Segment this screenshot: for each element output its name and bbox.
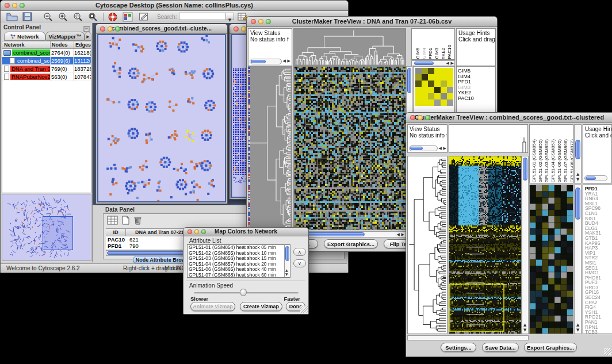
- minimize-icon[interactable]: [241, 26, 246, 32]
- close-icon[interactable]: [5, 3, 10, 8]
- network-canvas-1[interactable]: [97, 34, 226, 202]
- gene-label[interactable]: TCB3: [583, 329, 612, 334]
- tab-overflow-button[interactable]: ▶: [85, 32, 91, 41]
- zoom-window-icon[interactable]: [425, 115, 430, 120]
- treeview2-export-graphics-button[interactable]: Export Graphics...: [524, 343, 577, 352]
- column-label[interactable]: PFD1: [428, 48, 434, 59]
- minimize-icon[interactable]: [12, 3, 17, 8]
- tab-vizmapper[interactable]: VizMapper™: [45, 32, 85, 41]
- treeview2-column-dendrogram[interactable]: [449, 124, 528, 153]
- treeview2-row-dendrogram[interactable]: [407, 156, 447, 334]
- close-icon[interactable]: [234, 26, 239, 32]
- zoom-window-icon[interactable]: [266, 19, 271, 24]
- zoom-window-icon[interactable]: [115, 26, 120, 32]
- treeview2-vscrollbar[interactable]: ▲▼: [522, 156, 529, 334]
- scroll-right-icon[interactable]: ▶: [443, 146, 446, 151]
- attribute-table-icon[interactable]: [107, 216, 118, 227]
- column-label[interactable]: GPL51-08 (GSM872): [569, 139, 573, 183]
- attribute-listbox[interactable]: GPL51-01 (GSM854) heat shock 05 minGPL51…: [187, 244, 290, 278]
- treeview2-hscrollbar[interactable]: [407, 335, 529, 340]
- column-label[interactable]: GIM3: [434, 48, 440, 59]
- treeview2-heatmap[interactable]: [449, 156, 522, 334]
- zoom-window-icon[interactable]: [201, 229, 206, 234]
- treeview2-gene-labels[interactable]: PFD1YRA1RNR4MSL1SPC98CLN1NIS1BUD4ELG1MAK…: [583, 185, 612, 334]
- treeview2-column-labels-scrollbar[interactable]: ▲▼: [574, 124, 582, 183]
- search-input[interactable]: [179, 13, 226, 20]
- minimize-icon[interactable]: [194, 229, 199, 234]
- treeview1-heatmap[interactable]: [293, 66, 406, 230]
- resize-grip[interactable]: [604, 348, 611, 355]
- row-label[interactable]: PAC10: [457, 96, 495, 102]
- new-attribute-icon[interactable]: [121, 216, 130, 227]
- minimize-icon[interactable]: [258, 19, 263, 24]
- network-name: combined_scores: [12, 49, 51, 56]
- scroll-left-icon[interactable]: ◀: [283, 59, 286, 64]
- zoom-selected-icon[interactable]: [73, 12, 85, 22]
- zoom-fit-icon[interactable]: [88, 12, 100, 22]
- zoom-out-icon[interactable]: [43, 12, 55, 22]
- network-list-row[interactable]: combined_sco 2569(6) 13112(15): [2, 57, 91, 65]
- search-dropdown-button[interactable]: ▼: [226, 13, 234, 20]
- treeview2-save-data-button[interactable]: Save Data...: [482, 343, 519, 352]
- treeview2-zoom-vscrollbar[interactable]: ▲▼: [574, 185, 582, 334]
- treeview2-settings-button[interactable]: Settings...: [441, 343, 476, 352]
- close-icon[interactable]: [251, 19, 256, 24]
- move-up-button[interactable]: ∧: [293, 248, 306, 256]
- close-icon[interactable]: [100, 26, 105, 32]
- network-list-row[interactable]: RNAPuberNov2+ 563(0) 107847(0): [2, 73, 91, 81]
- minimize-icon[interactable]: [108, 26, 113, 32]
- zoom-window-icon[interactable]: [20, 3, 25, 8]
- close-icon[interactable]: [410, 115, 415, 120]
- map-dialog-title-bar[interactable]: Map Colors to Network: [183, 228, 308, 236]
- network-window-1-title-bar[interactable]: combined_scores_good.txt--cluste...: [96, 24, 227, 34]
- column-label[interactable]: YKE2: [441, 48, 446, 59]
- attribute-list-scrollbar[interactable]: ▲▼: [284, 245, 290, 277]
- scroll-left-icon[interactable]: ◀: [439, 146, 442, 151]
- column-label[interactable]: PAC10: [447, 45, 453, 59]
- view-status-scrollbar[interactable]: [409, 145, 438, 151]
- column-label[interactable]: GPL51-06 (GSM865): [557, 139, 563, 183]
- view-status-scrollbar[interactable]: [250, 59, 282, 64]
- vizmapper-icon[interactable]: [123, 12, 134, 22]
- column-label[interactable]: GPL51-02 (GSM855): [538, 139, 544, 183]
- scroll-right-icon[interactable]: ▶: [288, 59, 290, 64]
- column-label[interactable]: GIM5: [415, 48, 421, 59]
- animation-speed-slider-thumb[interactable]: [240, 289, 247, 296]
- main-title-bar[interactable]: Cytoscape Desktop (Session Name: collins…: [1, 1, 348, 11]
- close-icon[interactable]: [188, 229, 192, 234]
- network-list-row[interactable]: DNA and Tran 07 769(0) 183728(0): [2, 65, 91, 73]
- resize-grip[interactable]: [300, 306, 308, 313]
- tab-network-label: Network: [17, 33, 39, 40]
- create-vizmap-button[interactable]: Create Vizmap: [240, 302, 282, 311]
- minimize-icon[interactable]: [418, 115, 423, 120]
- treeview1-title-bar[interactable]: ClusterMaker TreeView : DNA and Tran 07-…: [247, 17, 497, 27]
- column-label[interactable]: GPL51-03 (GSM856): [544, 139, 550, 183]
- delete-attribute-icon[interactable]: [133, 216, 142, 227]
- help-icon[interactable]: [108, 12, 119, 22]
- treeview1-zoom-hscrollbar[interactable]: ◀▶: [411, 60, 455, 66]
- tab-network[interactable]: Network: [4, 32, 45, 41]
- column-label[interactable]: GPL51-07 (GSM868): [563, 139, 569, 183]
- animate-vizmap-button[interactable]: Animate Vizmap: [190, 302, 235, 311]
- attribute-list-item[interactable]: GPL51-07 (GSM868) heat shock 60 min: [188, 273, 290, 278]
- open-file-icon[interactable]: [6, 12, 18, 22]
- birdseye-view[interactable]: [2, 194, 91, 261]
- treeview1-column-labels[interactable]: GIM5GIM4PFD1GIM3YKE2PAC10: [411, 28, 455, 60]
- tab-vizmapper-label: VizMapper™: [49, 33, 82, 40]
- treeview1-export-graphics-button[interactable]: Export Graphics...: [324, 239, 378, 248]
- treeview1-column-dendrogram[interactable]: [293, 28, 406, 66]
- annotation-icon[interactable]: [139, 12, 150, 22]
- treeview2-title-bar[interactable]: ClusterMaker TreeView : combined_scores_…: [406, 113, 612, 123]
- network-list-body: combined_scores 2764(0) 16218(0) combine…: [2, 49, 91, 81]
- network-list-row[interactable]: combined_scores 2764(0) 16218(0): [2, 49, 91, 57]
- treeview2-column-labels[interactable]: GPL51-01 (GSM854)GPL51-02 (GSM855)GPL51-…: [529, 124, 573, 183]
- column-label[interactable]: GPL51-04 (GSM857): [550, 139, 556, 183]
- column-label[interactable]: GIM4: [422, 48, 427, 59]
- treeview1-row-dendrogram[interactable]: [248, 66, 292, 230]
- usage-hints-scrollbar[interactable]: [584, 175, 607, 181]
- column-label[interactable]: GPL51-01 (GSM854): [531, 139, 537, 183]
- move-down-button[interactable]: ∨: [293, 259, 306, 267]
- save-icon[interactable]: [22, 12, 34, 22]
- zoom-in-icon[interactable]: [58, 12, 70, 22]
- treeview2-zoomed-heatmap[interactable]: [529, 185, 573, 334]
